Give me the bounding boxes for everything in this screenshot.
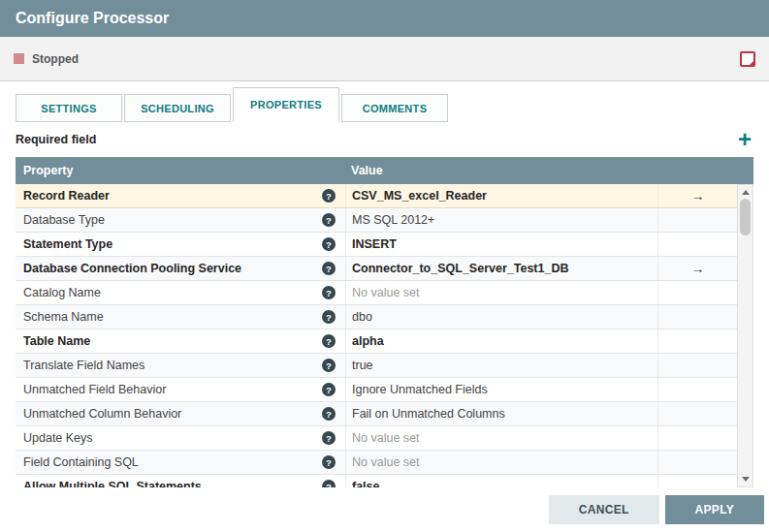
help-icon[interactable]: ? xyxy=(322,455,336,469)
property-name: Database Connection Pooling Service xyxy=(23,262,322,275)
value-cell[interactable]: MS SQL 2012+ xyxy=(345,208,657,232)
action-cell xyxy=(657,233,737,256)
status-bar: Stopped xyxy=(0,37,769,81)
table-row[interactable]: Unmatched Column Behavior ? Fail on Unma… xyxy=(16,402,737,426)
property-cell: Unmatched Column Behavior ? xyxy=(16,402,345,425)
property-cell: Field Containing SQL ? xyxy=(16,451,345,474)
help-icon[interactable]: ? xyxy=(322,407,336,421)
invalid-indicator-icon xyxy=(740,51,755,67)
scrollbar-thumb[interactable] xyxy=(740,199,751,235)
value-cell[interactable]: INSERT xyxy=(345,233,657,256)
table-row[interactable]: Catalog Name ? No value set xyxy=(16,281,737,305)
table-body: Record Reader ? CSV_MS_excel_Reader → Da… xyxy=(16,184,753,487)
property-name: Allow Multiple SQL Statements xyxy=(23,480,322,487)
column-header-value: Value xyxy=(345,164,753,177)
value-cell[interactable]: No value set xyxy=(345,426,657,450)
property-name: Statement Type xyxy=(23,237,322,251)
configure-processor-dialog: Configure Processor Stopped SETTINGS SCH… xyxy=(0,0,769,532)
required-field-row: Required field + xyxy=(0,122,769,157)
cancel-button[interactable]: CANCEL xyxy=(549,495,659,524)
help-icon[interactable]: ? xyxy=(322,383,336,396)
property-name: Schema Name xyxy=(23,310,322,324)
scrollbar-up-arrow-icon[interactable] xyxy=(742,190,750,195)
property-cell: Translate Field Names ? xyxy=(16,354,345,377)
table-row[interactable]: Database Type ? MS SQL 2012+ xyxy=(16,208,737,233)
value-cell[interactable]: true xyxy=(345,354,657,377)
property-name: Unmatched Column Behavior xyxy=(23,407,322,421)
help-icon[interactable]: ? xyxy=(322,310,336,324)
value-cell[interactable]: dbo xyxy=(345,305,657,329)
table-row[interactable]: Statement Type ? INSERT xyxy=(16,233,737,257)
table-row[interactable]: Field Containing SQL ? No value set xyxy=(16,451,737,475)
action-cell xyxy=(657,426,737,450)
apply-button[interactable]: APPLY xyxy=(665,495,764,524)
property-cell: Catalog Name ? xyxy=(16,281,345,304)
property-name: Table Name xyxy=(23,334,322,348)
tab-bar: SETTINGS SCHEDULING PROPERTIES COMMENTS xyxy=(0,81,769,122)
property-value: MS SQL 2012+ xyxy=(352,213,434,227)
property-cell: Database Connection Pooling Service ? xyxy=(16,257,345,280)
dialog-header: Configure Processor xyxy=(0,0,769,37)
value-cell[interactable]: No value set xyxy=(345,451,657,474)
property-cell: Unmatched Field Behavior ? xyxy=(16,378,345,401)
property-value: dbo xyxy=(352,310,372,324)
help-icon[interactable]: ? xyxy=(322,334,336,348)
value-cell[interactable]: Ignore Unmatched Fields xyxy=(345,378,657,401)
help-icon[interactable]: ? xyxy=(322,213,336,227)
table-row[interactable]: Record Reader ? CSV_MS_excel_Reader → xyxy=(16,184,737,208)
value-cell[interactable]: No value set xyxy=(345,281,657,304)
go-to-arrow[interactable]: → xyxy=(691,188,705,203)
required-field-label: Required field xyxy=(16,133,96,146)
action-cell xyxy=(657,378,737,401)
action-cell xyxy=(657,354,737,377)
tab-scheduling[interactable]: SCHEDULING xyxy=(124,94,231,122)
help-icon[interactable]: ? xyxy=(322,286,336,299)
add-property-button[interactable]: + xyxy=(736,128,753,151)
property-value: Ignore Unmatched Fields xyxy=(352,383,488,396)
stopped-square-icon xyxy=(14,53,24,64)
go-to-arrow[interactable]: → xyxy=(691,261,705,276)
property-name: Catalog Name xyxy=(23,286,322,299)
table-row[interactable]: Allow Multiple SQL Statements ? false xyxy=(16,475,737,487)
scrollbar[interactable] xyxy=(737,184,753,487)
property-cell: Schema Name ? xyxy=(16,305,345,329)
property-value: alpha xyxy=(352,334,384,348)
property-value: No value set xyxy=(352,431,419,445)
property-value: CSV_MS_excel_Reader xyxy=(352,189,487,203)
property-value: INSERT xyxy=(352,237,397,251)
property-cell: Database Type ? xyxy=(16,208,345,232)
action-cell xyxy=(657,451,737,474)
table-row[interactable]: Table Name ? alpha xyxy=(16,329,737,354)
help-icon[interactable]: ? xyxy=(322,480,336,487)
help-icon[interactable]: ? xyxy=(322,262,336,275)
table-row[interactable]: Schema Name ? dbo xyxy=(16,305,737,329)
tab-comments[interactable]: COMMENTS xyxy=(341,94,448,122)
table-row[interactable]: Unmatched Field Behavior ? Ignore Unmatc… xyxy=(16,378,737,402)
property-cell: Allow Multiple SQL Statements ? xyxy=(16,475,345,487)
action-cell xyxy=(657,281,737,304)
table-row[interactable]: Database Connection Pooling Service ? Co… xyxy=(16,257,737,281)
help-icon[interactable]: ? xyxy=(322,237,336,251)
value-cell[interactable]: false xyxy=(345,475,657,487)
property-name: Translate Field Names xyxy=(23,359,322,372)
dialog-footer: CANCEL APPLY xyxy=(0,487,769,532)
table-row[interactable]: Update Keys ? No value set xyxy=(16,426,737,451)
help-icon[interactable]: ? xyxy=(322,189,336,203)
value-cell[interactable]: Connector_to_SQL_Server_Test1_DB xyxy=(345,257,657,280)
scrollbar-down-arrow-icon[interactable] xyxy=(742,477,750,482)
tab-properties[interactable]: PROPERTIES xyxy=(233,87,339,122)
value-cell[interactable]: alpha xyxy=(345,329,657,353)
property-value: No value set xyxy=(352,286,419,299)
table-row[interactable]: Translate Field Names ? true xyxy=(16,354,737,378)
value-cell[interactable]: Fail on Unmatched Columns xyxy=(345,402,657,425)
value-cell[interactable]: CSV_MS_excel_Reader xyxy=(345,184,657,207)
help-icon[interactable]: ? xyxy=(322,431,336,445)
tab-label: COMMENTS xyxy=(363,103,428,114)
help-icon[interactable]: ? xyxy=(322,359,336,372)
dialog-title: Configure Processor xyxy=(16,10,169,27)
property-cell: Update Keys ? xyxy=(16,426,345,450)
property-value: true xyxy=(352,359,373,372)
status-label: Stopped xyxy=(32,52,79,66)
tab-settings[interactable]: SETTINGS xyxy=(16,94,122,122)
action-cell: → xyxy=(657,184,737,207)
